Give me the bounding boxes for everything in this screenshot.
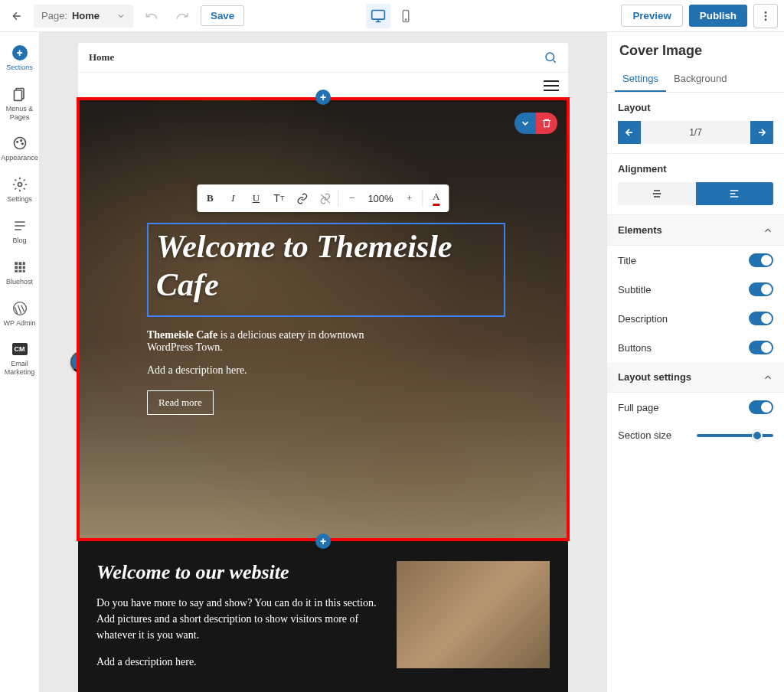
tab-settings[interactable]: Settings — [615, 67, 666, 92]
palette-icon — [12, 135, 28, 151]
link-icon — [296, 193, 308, 204]
hero-subtitle[interactable]: Themeisle Cafe is a delicious eatery in … — [147, 329, 407, 354]
hero-cta-button[interactable]: Read more — [147, 390, 214, 415]
full-page-toggle[interactable] — [749, 400, 773, 414]
nav-sections[interactable]: + Sections — [0, 38, 40, 78]
arrow-left-icon — [624, 127, 635, 138]
nav-bluehost[interactable]: Bluehost — [0, 253, 40, 292]
svg-rect-15 — [22, 262, 24, 265]
section-delete-button[interactable] — [536, 113, 557, 134]
add-section-top-button[interactable]: + — [315, 90, 331, 105]
nav-label: Email Marketing — [2, 360, 38, 377]
chevron-up-icon — [763, 225, 773, 236]
elements-accordion-header[interactable]: Elements — [607, 215, 784, 246]
svg-point-10 — [20, 140, 21, 142]
right-panel: Cover Image Settings Background Layout 1… — [606, 32, 784, 692]
nav-label: WP Admin — [4, 319, 36, 328]
section2-image[interactable] — [397, 561, 550, 668]
zoom-level: 100% — [363, 193, 397, 204]
page-header-search[interactable]: Home — [78, 43, 568, 73]
add-section-bottom-button[interactable]: + — [315, 534, 331, 549]
hero-section[interactable]: B I U TT − 100% + A — [77, 97, 570, 541]
element-title-row: Title — [607, 246, 784, 275]
svg-rect-17 — [18, 266, 21, 269]
unlink-button[interactable] — [313, 188, 336, 209]
section2-title[interactable]: Welcome to our website — [96, 561, 378, 584]
redo-button[interactable] — [170, 4, 194, 28]
nav-label: Sections — [6, 64, 33, 72]
section2-desc[interactable]: Add a description here. — [96, 654, 378, 670]
panel-tabs: Settings Background — [607, 67, 784, 93]
italic-button[interactable]: I — [221, 188, 244, 209]
undo-button[interactable] — [139, 4, 164, 28]
page-frame: Home + B I U — [78, 43, 568, 692]
nav-settings[interactable]: Settings — [0, 170, 40, 210]
layout-prev-button[interactable] — [618, 121, 641, 144]
tab-background[interactable]: Background — [666, 67, 734, 92]
hamburger-icon[interactable] — [544, 80, 559, 91]
back-button[interactable] — [6, 5, 28, 27]
align-center-option[interactable] — [618, 182, 696, 205]
svg-rect-18 — [22, 266, 24, 269]
preview-button[interactable]: Preview — [621, 5, 682, 27]
underline-button[interactable]: U — [244, 188, 267, 209]
section2-body[interactable]: Do you have more to say and show? You ca… — [96, 595, 378, 643]
section-size-label: Section size — [618, 429, 671, 441]
cm-icon: CM — [12, 343, 28, 355]
desktop-view-button[interactable] — [366, 4, 390, 28]
nav-blog[interactable]: Blog — [0, 211, 40, 251]
element-label: Subtitle — [618, 284, 651, 295]
svg-rect-20 — [18, 270, 21, 273]
nav-appearance[interactable]: Appearance — [0, 129, 40, 168]
redo-icon — [175, 9, 189, 23]
svg-rect-13 — [15, 262, 18, 265]
plus-circle-icon: + — [12, 45, 28, 60]
hero-title[interactable]: Welcome to Themeisle Cafe — [156, 227, 496, 305]
nav-label: Bluehost — [6, 278, 33, 286]
element-buttons-row: Buttons — [607, 333, 784, 362]
mobile-icon — [399, 9, 413, 23]
nav-email-marketing[interactable]: CM Email Marketing — [0, 335, 40, 383]
svg-point-23 — [546, 53, 554, 61]
description-toggle[interactable] — [749, 312, 773, 325]
layout-settings-accordion-header[interactable]: Layout settings — [607, 362, 784, 393]
link-button[interactable] — [290, 188, 313, 209]
full-page-label: Full page — [618, 402, 658, 413]
welcome-section[interactable]: Welcome to our website Do you have more … — [78, 540, 568, 692]
element-subtitle-row: Subtitle — [607, 275, 784, 304]
more-button[interactable] — [753, 4, 778, 28]
text-color-button[interactable]: A — [425, 188, 448, 209]
layout-next-button[interactable] — [750, 121, 773, 144]
section-expand-button[interactable] — [514, 113, 536, 134]
align-left-option[interactable] — [696, 182, 774, 205]
svg-rect-0 — [372, 10, 385, 19]
page-brand: Home — [89, 51, 114, 64]
svg-rect-7 — [14, 90, 21, 100]
subtitle-toggle[interactable] — [749, 282, 773, 296]
chevron-down-icon — [520, 118, 531, 129]
gear-icon — [12, 177, 28, 192]
svg-point-5 — [765, 18, 767, 21]
publish-button[interactable]: Publish — [689, 5, 747, 27]
nav-menus-pages[interactable]: Menus & Pages — [0, 80, 40, 128]
canvas[interactable]: Home + B I U — [40, 32, 606, 692]
text-size-button[interactable]: TT — [267, 188, 290, 209]
undo-icon — [145, 9, 158, 23]
hero-title-selection[interactable]: Welcome to Themeisle Cafe — [147, 223, 505, 317]
svg-rect-19 — [15, 270, 18, 273]
nav-wpadmin[interactable]: WP Admin — [0, 294, 40, 334]
zoom-in-button[interactable]: + — [398, 188, 421, 209]
bold-button[interactable]: B — [198, 188, 221, 209]
title-toggle[interactable] — [749, 253, 773, 267]
buttons-toggle[interactable] — [749, 341, 773, 354]
zoom-out-button[interactable]: − — [340, 188, 363, 209]
page-selector[interactable]: Page: Home — [34, 5, 133, 28]
hero-description[interactable]: Add a description here. — [147, 364, 505, 377]
section-size-slider[interactable] — [697, 434, 773, 437]
chevron-down-icon — [116, 11, 126, 21]
pages-icon — [12, 86, 28, 102]
mobile-view-button[interactable] — [394, 4, 418, 28]
panel-title: Cover Image — [607, 32, 784, 67]
save-button[interactable]: Save — [201, 5, 244, 26]
search-icon[interactable] — [544, 51, 557, 64]
